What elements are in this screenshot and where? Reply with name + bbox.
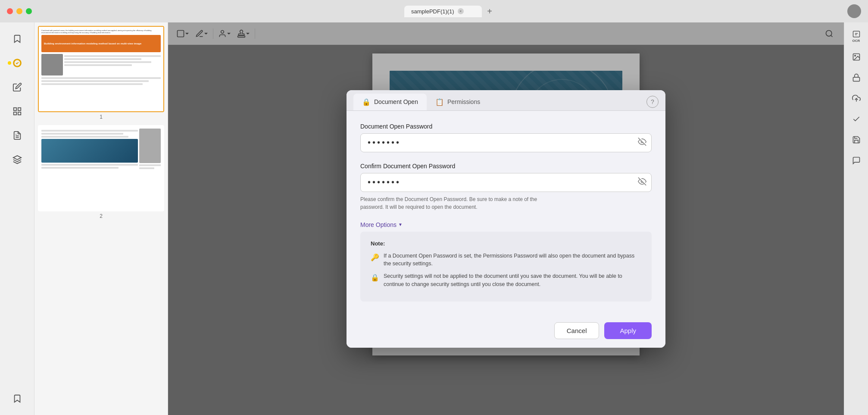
svg-point-21 <box>854 55 856 56</box>
tab-document-open[interactable]: 🔒 Document Open <box>353 94 427 110</box>
confirm-password-label: Confirm Document Open Password <box>360 163 652 170</box>
more-options-button[interactable]: More Options ▼ <box>360 221 652 228</box>
more-options-label: More Options <box>360 221 397 228</box>
sidebar-item-bookmarks[interactable] <box>6 28 28 50</box>
password-eye-toggle[interactable] <box>638 137 646 148</box>
tab-permissions-label: Permissions <box>447 98 480 105</box>
help-button[interactable]: ? <box>646 96 659 108</box>
note-item-1: 🔑 If a Document Open Password is set, th… <box>371 252 641 268</box>
confirm-password-field <box>360 173 652 192</box>
apply-button[interactable]: Apply <box>604 322 652 339</box>
password-field <box>360 133 652 152</box>
modal-overlay: 🔒 Document Open 📋 Permissions ? <box>168 22 844 415</box>
minimize-button[interactable] <box>16 8 22 14</box>
note-text-2: Security settings will not be applied to… <box>384 272 641 289</box>
svg-rect-19 <box>853 31 859 37</box>
list-item[interactable]: 2 <box>38 125 164 219</box>
list-item[interactable]: Combined with practical cases, the build… <box>38 26 164 120</box>
password-input[interactable] <box>360 133 652 152</box>
sidebar-item-edit[interactable] <box>6 76 28 98</box>
new-tab-button[interactable]: + <box>484 5 496 17</box>
tab-area: samplePDF(1)(1) × + <box>39 5 861 17</box>
title-bar: samplePDF(1)(1) × + <box>0 0 868 22</box>
check-button[interactable] <box>848 110 865 128</box>
password-label: Document Open Password <box>360 123 652 130</box>
key-icon: 🔑 <box>371 252 379 263</box>
ocr-label: OCR <box>852 39 860 43</box>
tab-title: samplePDF(1)(1) <box>411 8 454 15</box>
tab-document-open-label: Document Open <box>374 98 418 105</box>
svg-rect-2 <box>13 112 16 115</box>
page-number: 1 <box>38 114 164 120</box>
svg-rect-0 <box>13 108 16 110</box>
chevron-down-icon: ▼ <box>398 222 403 227</box>
cancel-button[interactable]: Cancel <box>554 322 599 339</box>
lock-icon: 🔒 <box>362 98 371 106</box>
modal-body: Document Open Password Confirm Document … <box>347 111 665 314</box>
svg-rect-1 <box>18 108 20 110</box>
thumbnail-panel: Combined with practical cases, the build… <box>34 22 168 415</box>
sidebar-item-layers[interactable] <box>6 148 28 171</box>
sidebar-item-highlight[interactable] <box>6 52 28 74</box>
password-hint: Please confirm the Document Open Passwor… <box>360 195 652 211</box>
upload-button[interactable] <box>848 90 865 107</box>
sidebar-left <box>0 22 34 415</box>
svg-marker-6 <box>13 156 21 160</box>
user-avatar[interactable] <box>847 4 861 18</box>
ocr-button[interactable]: OCR <box>848 28 865 45</box>
tab-permissions[interactable]: 📋 Permissions <box>427 94 489 110</box>
lock-button[interactable] <box>848 69 865 86</box>
chat-button[interactable] <box>848 152 865 169</box>
document-open-password-group: Document Open Password <box>360 123 652 152</box>
security-dialog: 🔒 Document Open 📋 Permissions ? <box>347 90 665 348</box>
active-tab[interactable]: samplePDF(1)(1) × <box>404 6 482 17</box>
traffic-lights <box>7 8 32 14</box>
note-text-1: If a Document Open Password is set, the … <box>384 252 641 268</box>
thumbnail-image-2 <box>38 125 164 211</box>
app-body: Combined with practical cases, the build… <box>0 22 868 415</box>
scan-button[interactable] <box>848 48 865 66</box>
sidebar-item-organize[interactable] <box>6 124 28 147</box>
note-item-2: 🔒 Security settings will not be applied … <box>371 272 641 289</box>
tab-close-button[interactable]: × <box>458 8 464 14</box>
modal-tabs: 🔒 Document Open 📋 Permissions ? <box>347 90 665 111</box>
svg-rect-3 <box>18 112 20 115</box>
lock2-icon: 🔒 <box>371 273 379 283</box>
save-button[interactable] <box>848 131 865 148</box>
permissions-icon: 📋 <box>435 98 444 106</box>
main-content: only has a position, shape, color, and t… <box>168 22 844 415</box>
page-number-2: 2 <box>38 213 164 219</box>
close-button[interactable] <box>7 8 13 14</box>
maximize-button[interactable] <box>26 8 32 14</box>
sidebar-right: OCR <box>844 22 868 415</box>
thumbnail-image: Combined with practical cases, the build… <box>38 26 164 112</box>
modal-footer: Cancel Apply <box>347 314 665 348</box>
note-label: Note: <box>371 240 641 247</box>
confirm-password-input[interactable] <box>360 173 652 192</box>
svg-rect-22 <box>853 77 859 81</box>
note-section: Note: 🔑 If a Document Open Password is s… <box>360 232 652 302</box>
confirm-eye-toggle[interactable] <box>638 177 646 188</box>
confirm-password-group: Confirm Document Open Password Please co… <box>360 163 652 211</box>
sidebar-item-bookmark2[interactable] <box>6 387 28 410</box>
sidebar-item-pages[interactable] <box>6 100 28 123</box>
